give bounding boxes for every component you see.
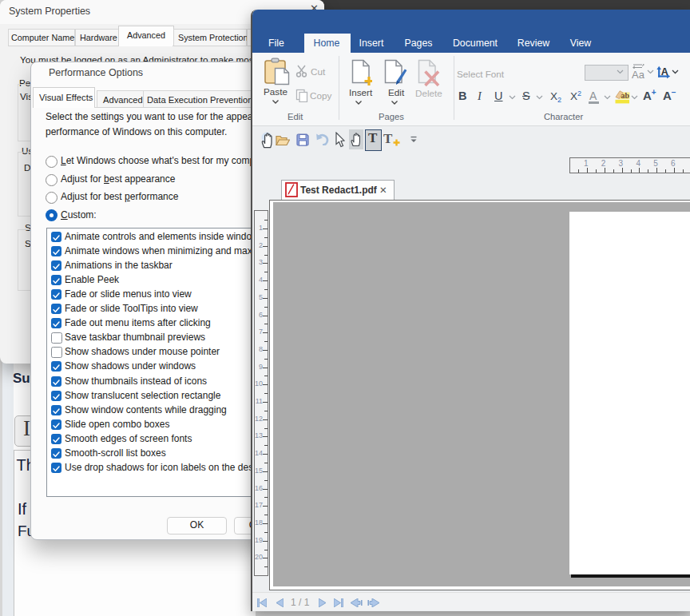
svg-text:A: A	[661, 66, 668, 77]
svg-text:ab: ab	[621, 91, 630, 100]
